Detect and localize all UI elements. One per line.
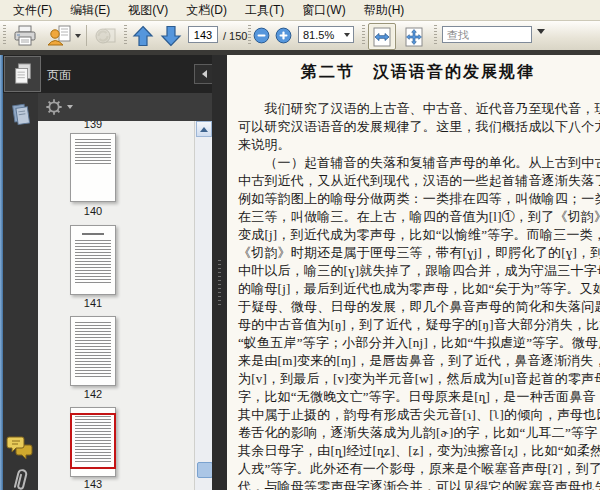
find-options-caret[interactable] (537, 29, 545, 34)
comments-icon (6, 435, 36, 462)
plus-circle-icon (275, 27, 292, 44)
scrollbar-up-button[interactable] (196, 121, 212, 137)
thumbnail-label[interactable]: 140 (62, 205, 124, 217)
gear-icon (45, 98, 63, 116)
pages-panel-tab[interactable] (4, 56, 41, 92)
text-line: 母的中古音值为[ŋ]，到了近代，疑母字的[ŋ]音大部分消失，比如 (238, 316, 600, 334)
page-total-label: / 150 (223, 30, 247, 42)
text-line: 在三等，叫做喻三。在上古，喻四的音值为[l]①，到了《切韵》时期 (238, 208, 600, 226)
fit-width-icon (371, 26, 393, 48)
attachments-panel-tab[interactable] (11, 467, 31, 490)
selected-page-highlight (70, 413, 116, 469)
thumbnail-page-141[interactable] (70, 225, 116, 295)
panel-title: 页面 (47, 67, 71, 84)
text-line: 其余日母字，由[ȵ]经过[ȵʑ]、[ʑ]，变为浊擦音[ʐ]，比如“如柔然 (238, 442, 600, 460)
text-line: 其中属于止摄的，韵母有形成舌尖元音[ɿ]、[ʅ]的倾向，声母也因 (238, 406, 600, 424)
zoom-caret-icon (344, 33, 350, 37)
text-line: 我们研究了汉语的上古音、中古音、近代音乃至现代音，现在 (238, 100, 600, 118)
zoom-out-button[interactable] (252, 23, 270, 48)
document-text: 我们研究了汉语的上古音、中古音、近代音乃至现代音，现在 可以研究汉语语音的发展规… (238, 100, 600, 490)
bookmarks-panel-tab[interactable] (9, 101, 32, 131)
toolbar-grip[interactable] (362, 25, 365, 46)
thumbnail-label[interactable]: 139 (62, 121, 124, 130)
toolbar-grip[interactable] (124, 25, 127, 46)
previous-page-button[interactable] (130, 23, 156, 48)
collapse-arrow-icon (202, 70, 207, 78)
text-line: 来说明。 (238, 136, 600, 154)
collapse-panel-button[interactable] (194, 64, 214, 84)
options-caret-icon (67, 105, 73, 109)
printer-icon (13, 25, 37, 47)
scroll-up-arrow-icon (200, 127, 208, 132)
zoom-level-combo[interactable]: 81.5% (298, 26, 354, 43)
next-page-button[interactable] (158, 23, 184, 48)
sync-pages-icon (94, 25, 118, 47)
toolbar-separator (86, 25, 87, 46)
document-page[interactable]: 第二节 汉语语音的发展规律 我们研究了汉语的上古音、中古音、近代音乃至现代音，现… (227, 55, 600, 490)
menu-file[interactable]: 文件(F) (4, 0, 61, 21)
arrow-up-icon (132, 25, 154, 47)
comments-panel-tab[interactable] (6, 435, 36, 466)
scrollbar-thumb[interactable] (197, 462, 212, 478)
menu-document[interactable]: 文档(D) (177, 0, 236, 21)
arrow-down-icon (160, 25, 182, 47)
thumbnails-scrollbar[interactable] (194, 121, 212, 490)
text-line: 于疑母、微母、日母的发展，即几个鼻音声母的简化和失落问题。疑 (238, 298, 600, 316)
thumbnail-title-line (82, 233, 104, 235)
page-number-input[interactable] (188, 26, 218, 43)
section-title: 第二节 汉语语音的发展规律 (238, 62, 598, 83)
text-line: （一）起首辅音的失落和复辅音声母的单化。从上古到中古，从 (238, 154, 600, 172)
fit-page-icon (403, 26, 425, 48)
toolbar-grip[interactable] (434, 25, 437, 46)
toolbar-grip[interactable] (3, 25, 6, 46)
text-line: 中古到近代，又从近代到现代，汉语的一些起首辅音逐渐失落了。 (238, 172, 600, 190)
thumbnail-label[interactable]: 141 (62, 297, 124, 309)
collaborate-button[interactable] (44, 23, 82, 48)
zoom-level-value: 81.5% (299, 29, 341, 41)
text-line: 可以研究汉语语音的发展规律了。这里，我们概括成以下八个方面 (238, 118, 600, 136)
toolbar-grip[interactable] (248, 25, 251, 46)
panel-splitter[interactable] (212, 55, 227, 490)
text-line: 来是由[m]变来的[ɱ]，是唇齿鼻音，到了近代，鼻音逐渐消失，成 (238, 352, 600, 370)
panel-tab-strip (3, 93, 38, 490)
thumbnails-toolbar (38, 93, 212, 121)
bookmarks-icon (9, 101, 32, 127)
menu-view[interactable]: 视图(V) (119, 0, 177, 21)
menu-tools[interactable]: 工具(T) (236, 0, 293, 21)
thumbnail-text-preview (75, 240, 111, 284)
text-line: “蚁鱼五岸”等字；小部分并入[nj]，比如“牛拟虐逆”等字。微母原 (238, 334, 600, 352)
minus-circle-icon (253, 27, 270, 44)
thumbnail-page-140[interactable] (70, 133, 116, 202)
menu-help[interactable]: 帮助(H) (355, 0, 414, 21)
sync-button-disabled (92, 23, 120, 48)
text-line: 人戎”等字。此外还有一个影母，原来是个喉塞音声母[ʔ]，到了近 (238, 460, 600, 478)
text-line: 代，与喻母等零声母字逐渐合并，可以见得它的喉塞音声母也失落 (238, 478, 600, 490)
paperclip-icon (11, 467, 31, 490)
find-input[interactable] (442, 26, 532, 43)
text-line: 卷舌化的影响，逐渐失落成为儿韵[ɚ]的字，比如“儿耳二”等字； (238, 424, 600, 442)
text-line: 例如等韵图上的喻母分做两类：一类排在四等，叫做喻四；一类排 (238, 190, 600, 208)
splitter-grip (218, 260, 221, 308)
text-line: 字，比如“无微晚文亡”等字。日母原来是[ȵ]，是一种舌面鼻音， (238, 388, 600, 406)
person-document-icon (46, 25, 72, 47)
menu-window[interactable]: 窗口(W) (293, 0, 354, 21)
text-line: 变成[j]，到近代成为零声母，比如“以愉维”等字。而喻三一类，在 (238, 226, 600, 244)
menu-edit[interactable]: 编辑(E) (61, 0, 119, 21)
toolbar: / 150 81.5% (0, 21, 600, 50)
thumbnails-panel: 139 140 141 142 143 (38, 121, 212, 490)
zoom-in-button[interactable] (274, 23, 292, 48)
thumbnail-label[interactable]: 142 (62, 388, 124, 400)
print-button[interactable] (10, 23, 40, 48)
text-line: 《切韵》时期还是属于匣母三等，带有[ɣj]，即腭化了的[ɣ]，到唐朝 (238, 244, 600, 262)
pages-icon (12, 62, 34, 86)
thumbnail-options-button[interactable] (45, 98, 73, 116)
fit-page-button[interactable] (400, 23, 428, 50)
thumbnail-page-143-selected[interactable] (70, 407, 116, 477)
thumbnail-label[interactable]: 143 (62, 478, 124, 490)
text-line: 中叶以后，喻三的[ɣ]就失掉了，跟喻四合并，成为守温三十字母中 (238, 262, 600, 280)
text-line: 的喻母[j]，最后到近代也成为零声母，比如“矣于为”等字。又如关 (238, 280, 600, 298)
thumbnail-page-142[interactable] (70, 316, 116, 386)
text-line: 为[v]，到最后，[v]变为半元音[w]，然后成为[u]音起首的零声母 (238, 370, 600, 388)
menu-bar: 文件(F) 编辑(E) 视图(V) 文档(D) 工具(T) 窗口(W) 帮助(H… (0, 0, 600, 21)
fit-width-button[interactable] (368, 23, 396, 50)
